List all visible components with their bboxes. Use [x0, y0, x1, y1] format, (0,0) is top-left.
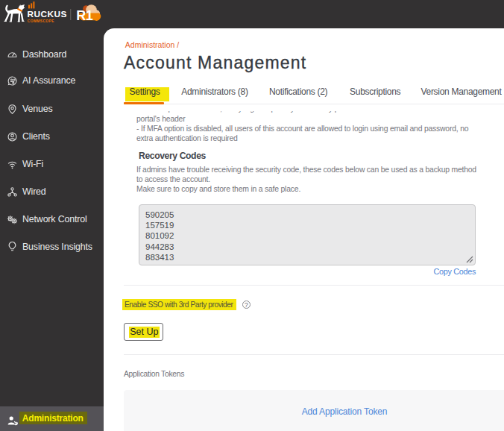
svg-text:RUCKUS: RUCKUS: [28, 9, 67, 19]
svg-text:R1: R1: [76, 8, 92, 23]
svg-text:COMMSCOPE: COMMSCOPE: [28, 19, 54, 23]
